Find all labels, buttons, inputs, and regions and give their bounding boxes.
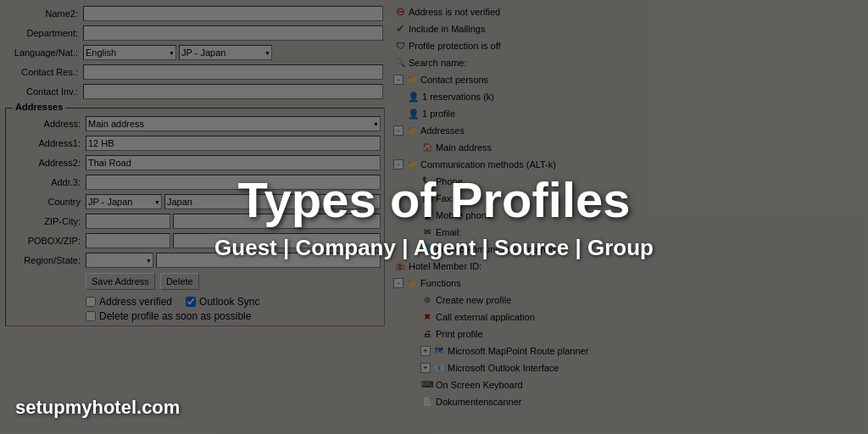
folder-icon-comm: 📁 <box>405 158 419 171</box>
contact-inv-row: Contact Inv.: <box>7 83 383 100</box>
country-select-wrapper: JP - Japan <box>86 194 162 209</box>
contact-inv-input[interactable] <box>83 84 383 99</box>
tree-item-comm-methods[interactable]: - 📁 Communication methods (ALT-k) <box>393 156 865 173</box>
tree-text-fax: Fax: <box>436 191 453 206</box>
tree-text-not-verified: Address is not verified <box>409 4 500 19</box>
contact-res-label: Contact Res.: <box>7 67 83 77</box>
tree-item-keyboard[interactable]: ⌨ On Screen Keyboard <box>393 376 865 393</box>
tree-item-profile[interactable]: 👤 1 profile <box>393 105 865 122</box>
tree-item-mappoint[interactable]: + 🗺 Microsoft MapPoint Route planner <box>393 342 865 359</box>
addresses-expand[interactable]: - <box>393 125 403 136</box>
delete-profile-label: Delete profile as soon as possible <box>99 310 251 322</box>
tree-text-mobile: Mobile phone: <box>436 208 494 223</box>
addresses-title: Addresses <box>13 102 65 112</box>
tree-item-addresses[interactable]: - 📁 Addresses <box>393 122 865 139</box>
tree-item-create-profile[interactable]: ⊕ Create new profile <box>393 292 865 309</box>
pobox-city-input[interactable] <box>173 233 381 248</box>
tree-text-print-profile: Print profile <box>436 326 483 342</box>
tree-item-contact-persons[interactable]: - 📁 Contact persons <box>393 71 865 88</box>
department-row: Department: <box>7 25 383 42</box>
outlook-sync-checkbox[interactable] <box>186 297 196 307</box>
city-input[interactable] <box>173 214 381 229</box>
tree-text-keyboard: On Screen Keyboard <box>436 377 523 392</box>
address-verified-label: Address verified <box>99 296 172 308</box>
folder-icon-contact: 📁 <box>405 73 419 86</box>
tree-item-mobile[interactable]: 📱 Mobile phone: <box>393 207 865 224</box>
save-address-button[interactable]: Save Address <box>86 273 155 290</box>
tree-item-call-external[interactable]: ✖ Call external application <box>393 309 865 326</box>
language-select[interactable]: English <box>83 45 176 60</box>
address-verified-checkbox[interactable] <box>86 297 96 307</box>
tree-text-phone: Phone <box>436 174 463 189</box>
address-label: Address: <box>9 119 86 129</box>
tree-item-hotel-member[interactable]: 🏨 Hotel Member ID: <box>393 258 865 275</box>
external-app-icon: ✖ <box>420 310 434 324</box>
zip-city-row: ZIP-City: <box>9 213 381 230</box>
address2-row: Address2: <box>9 154 381 171</box>
minus-circle-icon: ⊖ <box>393 5 407 19</box>
tree-item-print-profile[interactable]: 🖨 Print profile <box>393 326 865 342</box>
tree-text-mailings: Include in Mailings <box>409 21 486 36</box>
address2-input[interactable] <box>86 155 381 170</box>
name2-input[interactable] <box>83 6 383 21</box>
delete-profile-checkbox[interactable] <box>86 311 96 321</box>
contact-inv-label: Contact Inv.: <box>7 86 83 97</box>
tree-item-reservations[interactable]: 👤 1 reservations (k) <box>393 88 865 105</box>
tree-item-scanner[interactable]: 📄 Dokumentenscanner <box>393 393 865 410</box>
contact-persons-expand[interactable]: - <box>393 75 403 85</box>
address-row: Address: Main address <box>9 115 381 132</box>
delete-button[interactable]: Delete <box>160 273 199 290</box>
tree-item-not-verified: ⊖ Address is not verified <box>393 3 865 20</box>
comm-expand[interactable]: - <box>393 159 403 170</box>
check-circle-icon: ✔ <box>393 22 407 36</box>
tree-item-outlook[interactable]: + 📧 Microsoft Outlook Interface <box>393 359 865 376</box>
language-row: Language/Nat.: English JP - Japan <box>7 44 383 61</box>
addr3-input[interactable] <box>86 175 381 190</box>
contact-res-input[interactable] <box>83 64 383 80</box>
zip-input[interactable] <box>86 214 170 229</box>
checkboxes-row: Address verified Outlook Sync <box>9 293 381 308</box>
tree-item-main-address[interactable]: 🏠 Main address <box>393 139 865 156</box>
region-select-wrapper <box>86 253 153 268</box>
name2-row: Name2: <box>7 5 383 22</box>
country-select[interactable]: JP - Japan <box>86 194 162 209</box>
main-container: Name2: Department: Language/Nat.: Englis… <box>0 0 868 434</box>
tree-item-phone[interactable]: 📞 Phone <box>393 173 865 190</box>
country-name-input[interactable] <box>164 194 381 209</box>
address-select[interactable]: Main address <box>86 116 381 131</box>
tree-text-profile: 1 profile <box>422 106 455 121</box>
pobox-input[interactable] <box>86 233 170 248</box>
address2-label: Address2: <box>9 158 86 168</box>
search-icon: 🔍 <box>393 56 407 70</box>
address-verified-row: Address verified <box>86 296 172 308</box>
mappoint-expand[interactable]: + <box>420 346 431 356</box>
tree-item-fax[interactable]: 📠 Fax: <box>393 190 865 207</box>
tree-item-email[interactable]: ✉ Email: <box>393 224 865 241</box>
department-label: Department: <box>7 28 83 38</box>
top-form: Name2: Department: Language/Nat.: Englis… <box>3 3 387 104</box>
address-icon: 🏠 <box>420 141 434 154</box>
nationality-select[interactable]: JP - Japan <box>179 45 272 60</box>
tree-item-functions[interactable]: - 📁 Functions <box>393 275 865 292</box>
zip-city-label: ZIP-City: <box>9 216 86 226</box>
functions-expand[interactable]: - <box>393 278 403 288</box>
address1-label: Address1: <box>9 138 86 148</box>
create-profile-icon: ⊕ <box>420 293 434 307</box>
hotel-icon: 🏨 <box>393 259 407 273</box>
tree-text-scanner: Dokumentenscanner <box>436 394 522 409</box>
region-select[interactable] <box>86 253 153 268</box>
outlook-expand[interactable]: + <box>420 363 431 373</box>
folder-icon-addr: 📁 <box>405 124 419 137</box>
region-name-input[interactable] <box>156 253 381 268</box>
address1-input[interactable] <box>86 136 381 151</box>
left-panel: Name2: Department: Language/Nat.: Englis… <box>0 0 390 434</box>
keyboard-icon: ⌨ <box>420 378 434 392</box>
language-label: Language/Nat.: <box>7 47 83 58</box>
tree-text-functions: Functions <box>420 275 461 291</box>
country-row: Country JP - Japan <box>9 193 381 210</box>
tree-item-more-comm[interactable]: 🌐 more communication methods <box>393 241 865 258</box>
addresses-group: Addresses Address: Main address Address1… <box>5 108 385 326</box>
outlook-sync-label: Outlook Sync <box>199 296 259 308</box>
department-input[interactable] <box>83 25 383 41</box>
shield-icon: 🛡 <box>393 39 407 53</box>
